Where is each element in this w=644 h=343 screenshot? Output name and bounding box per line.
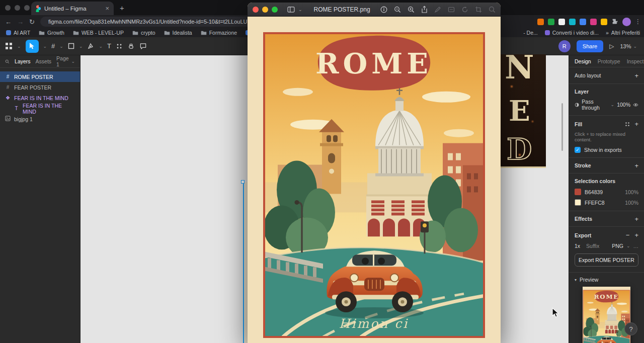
bookmark-item[interactable]: Formazione <box>201 30 237 36</box>
new-tab-button[interactable]: + <box>120 4 124 13</box>
tab-close-icon[interactable]: × <box>105 5 109 12</box>
add-effect-icon[interactable]: + <box>634 215 638 223</box>
present-play-icon[interactable]: ▷ <box>609 43 614 50</box>
preview-titlebar[interactable]: ⌄ ROME POSTER.png <box>248 3 501 17</box>
share-button[interactable]: Share <box>577 40 603 52</box>
extension-icon[interactable] <box>537 19 544 25</box>
export-scale-select[interactable]: 1x <box>575 243 580 249</box>
layer-row[interactable]: ❖FEAR IS IN THE MIND <box>0 93 80 103</box>
shape-tool[interactable] <box>68 43 74 49</box>
back-icon[interactable]: ← <box>5 18 12 26</box>
add-auto-layout-icon[interactable]: + <box>634 72 638 79</box>
help-button[interactable]: ? <box>624 322 637 335</box>
blend-mode-select[interactable]: Pass through <box>582 99 608 111</box>
selection-color-row[interactable]: FFEFC8 100% <box>575 199 638 206</box>
export-button[interactable]: Export ROME POSTER <box>575 253 638 267</box>
chevron-down-icon[interactable]: ⌄ <box>79 44 83 49</box>
bookmark-item[interactable]: Idealista <box>164 30 192 36</box>
chevron-down-icon[interactable]: ⌄ <box>99 44 103 49</box>
zoom-out-icon[interactable] <box>394 6 401 13</box>
pen-tool[interactable] <box>87 43 94 50</box>
preview-disclosure-icon[interactable]: ▾ <box>575 278 577 282</box>
user-avatar[interactable]: R <box>558 40 571 52</box>
main-menu-button[interactable] <box>5 42 13 50</box>
extension-icon[interactable] <box>590 19 597 25</box>
extension-icon[interactable] <box>558 19 565 25</box>
crop-icon[interactable] <box>475 6 482 13</box>
move-tool[interactable] <box>26 40 39 53</box>
color-swatch[interactable] <box>575 199 581 206</box>
visibility-eye-icon[interactable] <box>633 103 638 107</box>
bookmark-item[interactable]: WEB - LEVEL-UP <box>73 30 124 36</box>
text-tool[interactable]: T <box>107 42 111 50</box>
share-icon[interactable] <box>421 6 428 13</box>
fear-poster-canvas-object[interactable]: N E D <box>501 54 546 168</box>
color-swatch[interactable] <box>575 189 581 195</box>
tab-layers[interactable]: Layers <box>15 58 31 64</box>
comment-tool[interactable] <box>139 42 147 50</box>
resources-tool[interactable] <box>116 43 123 50</box>
info-icon[interactable] <box>380 6 387 13</box>
window-zoom-button[interactable] <box>24 5 30 11</box>
browser-tab[interactable]: Untitled – Figma × <box>31 2 114 15</box>
zoom-button[interactable] <box>272 7 278 13</box>
bookmark-item[interactable]: - De... <box>523 30 538 36</box>
minimize-button[interactable] <box>262 7 268 13</box>
rotate-icon[interactable] <box>461 6 468 13</box>
add-export-icon[interactable]: + <box>634 231 638 239</box>
styles-icon[interactable] <box>625 122 630 127</box>
layer-row[interactable]: #ROME POSTER <box>0 71 80 82</box>
tab-assets[interactable]: Assets <box>36 58 52 64</box>
add-stroke-icon[interactable]: + <box>634 162 638 169</box>
search-icon[interactable] <box>489 6 496 13</box>
tab-inspect[interactable]: Inspect <box>627 58 644 64</box>
layer-row[interactable]: TFEAR IS IN THE MIND <box>0 103 80 114</box>
page-selector[interactable]: Page 1⌄ <box>56 55 75 67</box>
text-box-icon[interactable] <box>448 6 455 13</box>
extension-icon[interactable] <box>601 19 607 25</box>
search-icon[interactable] <box>5 59 10 64</box>
url-field[interactable]: figma.com/file/ZOqa831eMwhNfNMRz3vGs1/Un… <box>40 17 257 27</box>
extension-icon[interactable] <box>580 19 586 25</box>
extension-icon[interactable] <box>548 19 554 25</box>
frame-tool[interactable]: # <box>51 42 55 50</box>
layer-row[interactable]: #FEAR POSTER <box>0 82 80 93</box>
remove-export-icon[interactable]: − <box>626 231 630 239</box>
zoom-in-icon[interactable] <box>408 6 415 13</box>
layer-opacity-field[interactable]: 100% <box>617 102 630 108</box>
bookmark-item[interactable]: Converti i video di... <box>545 30 599 36</box>
hand-tool[interactable] <box>127 42 135 50</box>
chevron-down-icon[interactable]: ⌄ <box>59 44 63 49</box>
chevron-down-icon[interactable]: ⌄ <box>43 44 47 49</box>
tab-prototype[interactable]: Prototype <box>598 58 620 64</box>
selected-frame-edge[interactable] <box>243 182 248 343</box>
bookmark-item[interactable]: Growth <box>39 30 64 36</box>
show-in-exports-checkbox[interactable]: ✓ <box>575 147 581 153</box>
sidebar-icon[interactable] <box>287 7 295 13</box>
markup-pen-icon[interactable] <box>434 6 441 13</box>
bookmark-item[interactable]: AI ART <box>6 30 30 36</box>
layer-row[interactable]: bigjpg 1 <box>0 114 80 124</box>
browser-menu-icon[interactable]: ⋮ <box>635 18 641 25</box>
preview-window[interactable]: ⌄ ROME POSTER.png <box>248 3 501 343</box>
bookmark-item[interactable]: crypto <box>132 30 155 36</box>
forward-icon[interactable]: → <box>17 18 24 26</box>
window-minimize-button[interactable] <box>15 5 20 11</box>
export-suffix-input[interactable]: Suffix <box>586 243 609 249</box>
export-format-select[interactable]: PNG <box>612 243 623 249</box>
canvas-scrollbar[interactable] <box>561 103 563 151</box>
export-more-icon[interactable]: … <box>633 243 639 249</box>
zoom-control[interactable]: 13%⌄ <box>620 43 637 49</box>
close-button[interactable] <box>253 7 259 13</box>
chevron-down-icon[interactable]: ⌄ <box>17 44 21 49</box>
add-fill-icon[interactable]: + <box>634 120 638 128</box>
extensions-puzzle-icon[interactable] <box>611 18 618 25</box>
tab-design[interactable]: Design <box>575 58 591 64</box>
selection-handle[interactable] <box>241 180 245 184</box>
window-close-button[interactable] <box>5 5 11 11</box>
other-bookmarks[interactable]: »Altri Preferiti <box>606 30 640 36</box>
extension-icon[interactable] <box>569 19 576 25</box>
selection-color-row[interactable]: B64839 100% <box>575 189 638 195</box>
profile-avatar[interactable] <box>622 18 631 26</box>
reload-icon[interactable]: ↻ <box>29 18 35 26</box>
